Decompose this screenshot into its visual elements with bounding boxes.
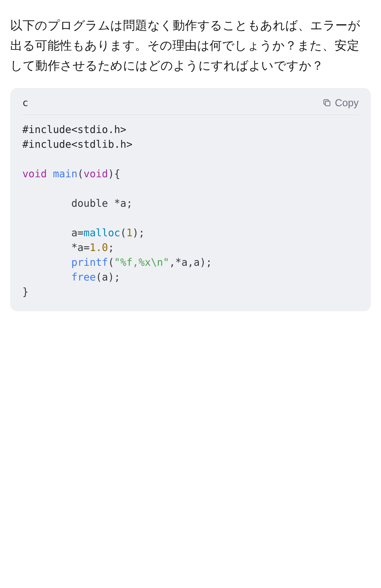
question-text: 以下のプログラムは問題なく動作することもあれば、エラーが出る可能性もあります。そ… [10,15,371,76]
code-block: c Copy #include<stdio.h> #include<stdlib… [10,88,371,311]
code-token: ( [77,168,84,180]
code-token: } [22,286,28,298]
code-token: void [22,168,47,180]
code-token [22,256,71,268]
code-token: ); [133,227,145,239]
copy-icon [322,98,331,107]
code-language-label: c [22,97,28,108]
page: 以下のプログラムは問題なく動作することもあれば、エラーが出る可能性もあります。そ… [0,0,381,588]
code-token: ){ [108,168,120,180]
code-token: void [84,168,108,180]
code-token: 1.0 [90,242,108,253]
svg-rect-0 [325,101,330,106]
code-token: ( [120,227,126,239]
code-token: double *a; [22,197,132,209]
code-token: #include<stdlib.h> [22,138,132,150]
code-token: a= [71,227,84,239]
code-token: *a= [71,242,90,253]
code-token: malloc [84,227,120,239]
copy-label: Copy [335,97,359,109]
code-header: c Copy [10,88,371,115]
code-token [22,227,71,239]
code-token [22,242,71,253]
copy-button[interactable]: Copy [322,97,359,109]
code-token: 1 [126,227,132,239]
code-body: #include<stdio.h> #include<stdlib.h> voi… [10,115,371,311]
code-token: (a); [96,271,120,283]
code-token: printf [71,256,108,268]
code-token: "%f,%x\n" [114,256,169,268]
code-token: ( [108,256,114,268]
code-token: free [71,271,96,283]
code-token [22,271,71,283]
code-token: ; [108,242,114,253]
code-token: ,*a,a); [169,256,212,268]
code-token: main [53,168,77,180]
code-token: #include<stdio.h> [22,124,126,135]
